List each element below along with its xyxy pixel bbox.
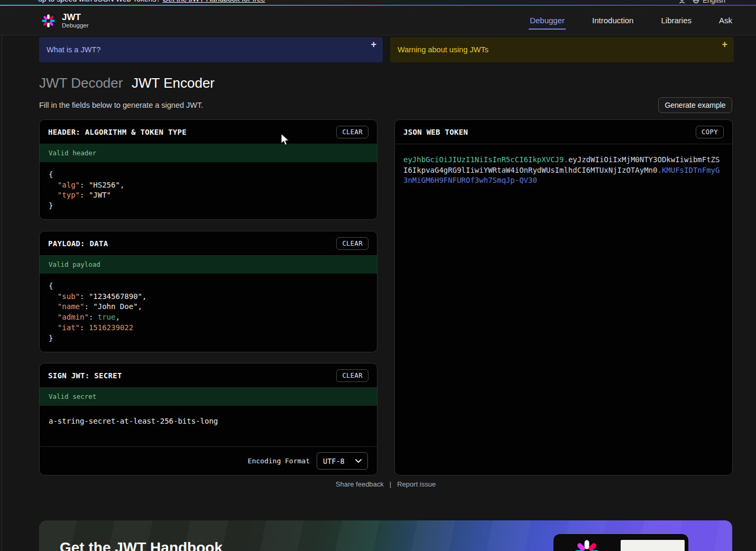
- what-is-jwt-banner[interactable]: What is a JWT? +: [39, 37, 383, 62]
- jwt-warning-banner[interactable]: Warning about using JWTs +: [390, 37, 734, 62]
- encoding-format-row: Encoding Format UTF-8: [40, 446, 377, 475]
- token-panel: JSON WEB TOKEN COPY eyJhbGciOiJIUzI1NiIs…: [394, 119, 733, 475]
- account-icon[interactable]: [679, 0, 685, 4]
- left-edge-divider: [2, 35, 2, 551]
- what-is-jwt-label: What is a JWT?: [47, 45, 100, 54]
- language-label: English: [703, 0, 725, 4]
- nav-item-introduction[interactable]: Introduction: [592, 16, 633, 25]
- jwt-debugger-screen: up to speed with JSON Web Tokens? Get th…: [0, 0, 756, 551]
- encoding-format-label: Encoding Format: [248, 457, 310, 465]
- nav-item-ask[interactable]: Ask: [719, 16, 732, 25]
- token-panel-title: JSON WEB TOKEN: [403, 128, 468, 136]
- jwt-pinwheel-icon: [573, 539, 601, 551]
- encoded-jwt-output[interactable]: eyJhbGciOiJIUzI1NiIsInR5cCI6IkpXVCJ9.eyJ…: [395, 144, 731, 197]
- header-panel-head: HEADER: ALGORITHM & TOKEN TYPE CLEAR: [40, 120, 377, 144]
- handbook-page: Contents: [621, 540, 685, 551]
- page-subtitle: Fill in the fields below to generate a s…: [39, 101, 203, 109]
- token-panel-head: JSON WEB TOKEN COPY: [395, 120, 732, 144]
- promo-handbook-link[interactable]: Get the JWT Handbook for free: [162, 0, 265, 3]
- encoding-format-select[interactable]: UTF-8: [317, 452, 368, 470]
- encoding-format-value: UTF-8: [323, 457, 345, 465]
- secret-panel: SIGN JWT: SECRET CLEAR Valid secret a-st…: [39, 363, 377, 475]
- globe-icon: [693, 0, 699, 4]
- tab-jwt-encoder[interactable]: JWT Encoder: [132, 75, 215, 91]
- payload-panel: PAYLOAD: DATA CLEAR Valid payload { "sub…: [39, 231, 377, 352]
- token-copy-button[interactable]: COPY: [696, 126, 724, 138]
- nav-item-debugger[interactable]: Debugger: [530, 16, 565, 25]
- jwt-pinwheel-icon: [41, 14, 56, 28]
- report-issue-link[interactable]: Report issue: [397, 480, 436, 488]
- header-clear-button[interactable]: CLEAR: [336, 126, 368, 138]
- tab-jwt-decoder[interactable]: JWT Decoder: [39, 75, 123, 91]
- payload-valid-status: Valid payload: [40, 256, 377, 274]
- main-nav: Debugger Introduction Libraries Ask: [530, 6, 732, 35]
- feedback-links: Share feedback | Report issue: [39, 480, 732, 488]
- chevron-down-icon: [355, 459, 362, 463]
- feedback-separator: |: [390, 480, 391, 488]
- secret-clear-button[interactable]: CLEAR: [336, 369, 368, 382]
- payload-json-editor[interactable]: { "sub": "1234567890", "name": "John Doe…: [40, 274, 377, 351]
- secret-valid-status: Valid secret: [40, 388, 377, 406]
- header-panel-title: HEADER: ALGORITHM & TOKEN TYPE: [48, 128, 187, 136]
- expand-plus-icon[interactable]: +: [371, 39, 376, 50]
- handbook-heading: Get the JWT Handbook: [60, 539, 223, 551]
- handbook-book-mockup: Contents: [554, 535, 688, 551]
- header-json-editor[interactable]: { "alg": "HS256", "typ": "JWT"}: [40, 162, 377, 219]
- payload-panel-title: PAYLOAD: DATA: [48, 239, 108, 248]
- expand-plus-icon[interactable]: +: [722, 39, 727, 50]
- payload-panel-head: PAYLOAD: DATA CLEAR: [40, 231, 377, 256]
- nav-item-libraries[interactable]: Libraries: [661, 16, 692, 25]
- jwt-logo[interactable]: JWT Debugger: [41, 13, 89, 29]
- secret-panel-head: SIGN JWT: SECRET CLEAR: [40, 363, 377, 388]
- secret-panel-title: SIGN JWT: SECRET: [48, 371, 122, 380]
- generate-example-button[interactable]: Generate example: [658, 97, 732, 113]
- app-header: JWT Debugger Debugger Introduction Libra…: [0, 6, 756, 35]
- jwt-handbook-banner[interactable]: Get the JWT Handbook Contents: [39, 520, 732, 551]
- promo-text: up to speed with JSON Web Tokens?: [38, 0, 162, 3]
- header-panel: HEADER: ALGORITHM & TOKEN TYPE CLEAR Val…: [39, 119, 377, 220]
- payload-clear-button[interactable]: CLEAR: [336, 237, 368, 250]
- top-promo-strip: up to speed with JSON Web Tokens? Get th…: [0, 0, 756, 5]
- brand-title: JWT: [62, 13, 89, 22]
- share-feedback-link[interactable]: Share feedback: [336, 480, 384, 488]
- header-valid-status: Valid header: [40, 144, 377, 162]
- brand-subtitle: Debugger: [62, 22, 89, 29]
- secret-input[interactable]: a-string-secret-at-least-256-bits-long: [40, 406, 377, 436]
- language-selector[interactable]: English: [693, 0, 725, 4]
- jwt-warning-label: Warning about using JWTs: [398, 45, 488, 54]
